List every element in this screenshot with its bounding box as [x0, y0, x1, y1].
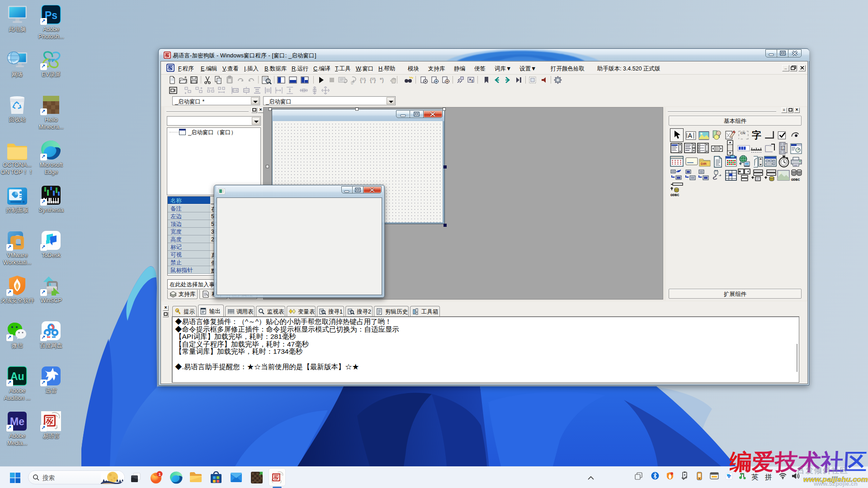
svg-text:{}: {}	[351, 80, 354, 84]
svg-text:www.paijishu.com: www.paijishu.com	[803, 475, 868, 483]
svg-text:{¹}: {¹}	[360, 77, 366, 83]
svg-text:{²}: {²}	[370, 77, 376, 83]
svg-text:DIR: DIR	[701, 162, 707, 166]
svg-text:*): *)	[380, 77, 384, 83]
svg-text:字: 字	[752, 130, 761, 140]
svg-text:1: 1	[782, 147, 784, 150]
svg-text:?: ?	[176, 309, 179, 313]
svg-text:ODBC: ODBC	[670, 193, 679, 197]
svg-text:CN: CN	[740, 131, 745, 135]
svg-text:A: A	[688, 132, 692, 139]
svg-text:1: 1	[159, 472, 161, 477]
svg-text:ev: ev	[48, 57, 55, 63]
svg-text:ODBC: ODBC	[791, 178, 800, 182]
